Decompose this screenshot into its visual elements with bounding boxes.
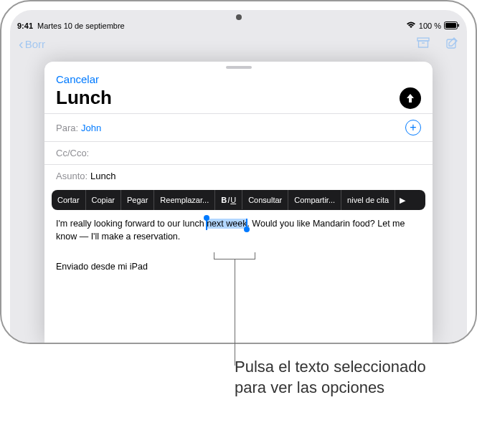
camera-dot — [236, 14, 242, 20]
to-field-row[interactable]: Para: John + — [44, 113, 433, 141]
plus-icon: + — [410, 122, 416, 133]
menu-lookup[interactable]: Consultar — [242, 190, 288, 210]
email-body[interactable]: I'm really looking forward to our lunch … — [44, 210, 433, 280]
battery-text: 100 % — [419, 22, 441, 30]
screen: 9:41 Martes 10 de septiembre 100 % ‹ Bor… — [10, 10, 467, 343]
body-text-post2: know — I'll make a reservation. — [56, 230, 421, 243]
nav-back-label: Borr — [25, 38, 45, 50]
menu-cut[interactable]: Cortar — [52, 190, 85, 210]
cc-bcc-label: Cc/Cco: — [56, 148, 89, 158]
chevron-left-icon: ‹ — [19, 36, 24, 52]
menu-biu[interactable]: BIU — [215, 190, 242, 210]
body-text-post1: . Would you like Mandarin food? Let me — [247, 219, 405, 229]
menu-replace[interactable]: Reemplazar... — [154, 190, 214, 210]
menu-more-arrow[interactable]: ▶ — [395, 190, 410, 210]
cc-bcc-field-row[interactable]: Cc/Cco: — [44, 141, 433, 164]
subject-field-row[interactable]: Asunto: Lunch — [44, 164, 433, 187]
body-text-pre: I'm really looking forward to our lunch — [56, 219, 207, 229]
to-value: John — [81, 123, 101, 133]
menu-quote-level[interactable]: nivel de cita — [341, 190, 395, 210]
cancel-button[interactable]: Cancelar — [56, 72, 99, 85]
battery-icon — [444, 22, 460, 31]
compose-title: Lunch — [56, 87, 112, 109]
wifi-icon — [406, 22, 416, 30]
menu-copy[interactable]: Copiar — [86, 190, 121, 210]
text-edit-menu: Cortar Copiar Pegar Reemplazar... BIU Co… — [52, 190, 425, 210]
compose-sheet: Cancelar Lunch Para: John + Cc/Cco: — [44, 62, 433, 343]
to-label: Para: — [56, 123, 78, 133]
callout-bracket — [214, 252, 255, 259]
svg-rect-2 — [458, 24, 460, 27]
menu-share[interactable]: Compartir... — [288, 190, 341, 210]
compose-icon[interactable] — [445, 37, 458, 52]
add-contact-button[interactable]: + — [405, 120, 421, 135]
subject-label: Asunto: — [56, 171, 88, 181]
callout-stem — [235, 259, 235, 366]
svg-rect-4 — [419, 41, 428, 47]
selected-text[interactable]: next week — [207, 219, 247, 229]
subject-value: Lunch — [90, 171, 115, 181]
email-signature: Enviado desde mi iPad — [56, 260, 421, 273]
nav-back[interactable]: ‹ Borr — [19, 36, 45, 52]
status-date: Martes 10 de septiembre — [37, 22, 125, 30]
callout-text: Pulsa el texto seleccionado para ver las… — [235, 357, 450, 398]
svg-rect-1 — [445, 23, 456, 28]
status-time: 9:41 — [17, 22, 33, 30]
ipad-frame: 9:41 Martes 10 de septiembre 100 % ‹ Bor… — [0, 0, 477, 344]
nav-bar: ‹ Borr — [10, 33, 467, 54]
archive-icon[interactable] — [417, 37, 430, 51]
send-button[interactable] — [400, 87, 421, 109]
menu-paste[interactable]: Pegar — [121, 190, 154, 210]
arrow-up-icon — [405, 92, 416, 104]
